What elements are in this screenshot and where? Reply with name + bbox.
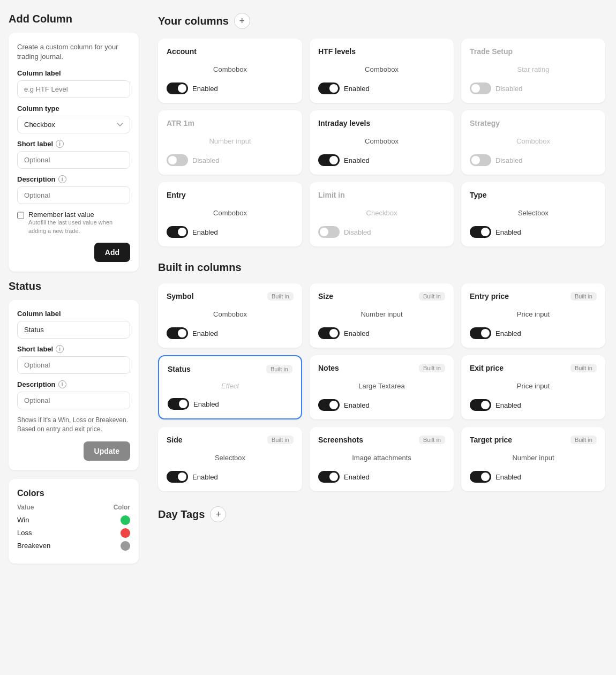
- column-card-atr-toggle-label: Disabled: [192, 156, 220, 164]
- column-card-type-toggle[interactable]: [470, 226, 491, 238]
- column-card-atr-title: ATR 1m: [167, 119, 194, 128]
- column-card-htf-title: HTF levels: [318, 47, 356, 56]
- status-short-label-info-icon[interactable]: i: [56, 345, 64, 353]
- column-card-strategy-title: Strategy: [470, 119, 500, 128]
- builtin-card-side-header: Side Built in: [167, 436, 294, 444]
- plus-icon: +: [239, 16, 245, 27]
- colors-title: Colors: [17, 489, 130, 498]
- builtin-card-size-header: Size Built in: [318, 292, 445, 301]
- color-dot-breakeven[interactable]: [121, 541, 130, 551]
- column-card-account-toggle[interactable]: [167, 82, 188, 94]
- column-card-strategy: Strategy Combobox Disabled: [461, 110, 605, 175]
- column-label-input[interactable]: [17, 80, 130, 98]
- column-card-trade-setup-type: Star rating: [470, 60, 597, 78]
- column-card-account-toggle-row: Enabled: [167, 82, 294, 94]
- builtin-card-symbol-header: Symbol Built in: [167, 292, 294, 301]
- builtin-card-size-toggle[interactable]: [318, 327, 340, 339]
- column-card-intraday-toggle[interactable]: [318, 154, 340, 166]
- column-card-strategy-toggle[interactable]: [470, 154, 491, 166]
- column-card-atr-toggle[interactable]: [167, 154, 188, 166]
- builtin-card-target-price-type: Number input: [470, 448, 597, 467]
- builtin-card-entry-price-type: Price input: [470, 305, 597, 323]
- builtin-card-side-toggle[interactable]: [167, 471, 188, 483]
- builtin-badge-screenshots: Built in: [419, 436, 445, 444]
- color-dot-loss[interactable]: [121, 528, 130, 538]
- column-card-strategy-header: Strategy: [470, 119, 597, 128]
- remember-last-value-label: Remember last value: [28, 211, 130, 219]
- description-input[interactable]: [17, 186, 130, 204]
- builtin-card-screenshots-toggle[interactable]: [318, 471, 340, 483]
- column-card-limit-in-toggle-label: Disabled: [344, 228, 371, 236]
- built-in-columns-header: Built in columns: [158, 261, 605, 274]
- column-card-atr-header: ATR 1m: [167, 119, 294, 128]
- column-card-type-type: Selectbox: [470, 204, 597, 222]
- column-card-limit-in-type: Checkbox: [318, 204, 445, 222]
- column-card-entry: Entry Combobox Enabled: [158, 182, 302, 246]
- builtin-card-target-price-toggle-label: Enabled: [495, 473, 521, 481]
- builtin-card-notes: Notes Built in Large Textarea Enabled: [310, 355, 454, 419]
- description-info-icon[interactable]: i: [58, 175, 66, 183]
- builtin-card-size-toggle-row: Enabled: [318, 327, 445, 339]
- remember-last-value-checkbox[interactable]: [17, 212, 24, 219]
- status-short-label-input[interactable]: [17, 356, 130, 374]
- status-description-info-icon[interactable]: i: [58, 380, 66, 388]
- builtin-card-notes-toggle[interactable]: [318, 399, 340, 411]
- day-tags-plus-icon: +: [215, 509, 221, 520]
- builtin-card-status-toggle[interactable]: [168, 398, 189, 410]
- builtin-card-entry-price-toggle[interactable]: [470, 327, 491, 339]
- column-card-account: Account Combobox Enabled: [158, 39, 302, 103]
- status-field-desc: Shows if it's a Win, Loss or Breakeven. …: [17, 416, 130, 434]
- remember-last-value-row: Remember last value Autofill the last us…: [17, 211, 130, 235]
- status-column-label-input[interactable]: [17, 321, 130, 339]
- builtin-badge-symbol: Built in: [267, 292, 294, 301]
- column-type-select[interactable]: Checkbox: [17, 116, 130, 133]
- column-card-intraday-header: Intraday levels: [318, 119, 445, 128]
- add-day-tag-button[interactable]: +: [210, 506, 226, 522]
- status-description-input[interactable]: [17, 392, 130, 409]
- column-card-account-type: Combobox: [167, 60, 294, 78]
- column-card-type-title: Type: [470, 191, 487, 199]
- add-button[interactable]: Add: [94, 243, 130, 262]
- builtin-badge-status: Built in: [266, 365, 292, 373]
- builtin-card-exit-price-toggle[interactable]: [470, 399, 491, 411]
- status-column-label-label: Column label: [17, 310, 130, 318]
- builtin-card-status-type: Effect: [168, 378, 292, 394]
- column-card-atr: ATR 1m Number input Disabled: [158, 110, 302, 175]
- builtin-card-side-toggle-label: Enabled: [192, 473, 218, 481]
- colors-card: Colors Value Color Win Loss Breakeven: [9, 479, 139, 564]
- builtin-card-entry-price-header: Entry price Built in: [470, 292, 597, 301]
- column-card-trade-setup-toggle[interactable]: [470, 82, 491, 94]
- column-card-atr-type: Number input: [167, 132, 294, 150]
- column-card-entry-toggle[interactable]: [167, 226, 188, 238]
- column-card-limit-in-toggle[interactable]: [318, 226, 340, 238]
- builtin-card-side-toggle-row: Enabled: [167, 471, 294, 483]
- add-your-column-button[interactable]: +: [234, 13, 250, 29]
- column-card-strategy-toggle-row: Disabled: [470, 154, 597, 166]
- color-dot-win[interactable]: [121, 515, 130, 525]
- column-card-intraday-toggle-row: Enabled: [318, 154, 445, 166]
- column-card-type-toggle-label: Enabled: [495, 228, 521, 236]
- column-card-limit-in-title: Limit in: [318, 191, 345, 199]
- column-card-account-header: Account: [167, 47, 294, 56]
- column-card-limit-in-toggle-row: Disabled: [318, 226, 445, 238]
- column-card-intraday-title: Intraday levels: [318, 119, 370, 128]
- update-button[interactable]: Update: [84, 441, 130, 461]
- builtin-card-symbol-toggle[interactable]: [167, 327, 188, 339]
- column-card-intraday: Intraday levels Combobox Enabled: [310, 110, 454, 175]
- your-columns-grid: Account Combobox Enabled HTF levels Comb…: [158, 39, 605, 246]
- status-short-label-label: Short label i: [17, 345, 130, 353]
- short-label-input[interactable]: [17, 151, 130, 169]
- builtin-card-symbol-title: Symbol: [167, 292, 194, 301]
- your-columns-title: Your columns: [158, 15, 229, 27]
- column-card-entry-title: Entry: [167, 191, 186, 199]
- color-label-loss: Loss: [17, 529, 32, 537]
- short-label-info-icon[interactable]: i: [56, 140, 64, 148]
- builtin-card-target-price-toggle-row: Enabled: [470, 471, 597, 483]
- column-card-htf-header: HTF levels: [318, 47, 445, 56]
- column-card-intraday-type: Combobox: [318, 132, 445, 150]
- column-card-limit-in: Limit in Checkbox Disabled: [310, 182, 454, 246]
- column-card-htf-toggle[interactable]: [318, 82, 340, 94]
- colors-rows: Win Loss Breakeven: [17, 515, 130, 551]
- builtin-card-target-price-toggle[interactable]: [470, 471, 491, 483]
- column-card-trade-setup: Trade Setup Star rating Disabled: [461, 39, 605, 103]
